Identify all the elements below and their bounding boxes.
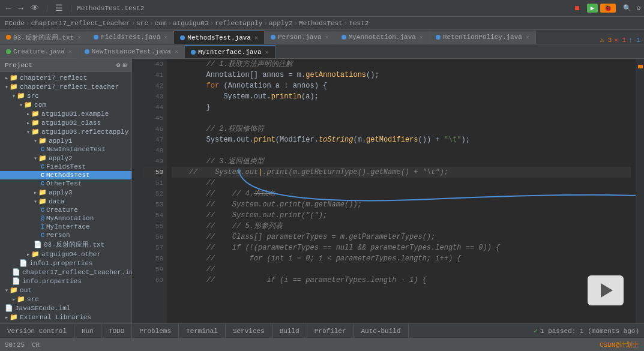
breadcrumb-atguigu03[interactable]: atguigu03 bbox=[173, 20, 208, 27]
tab-version-control[interactable]: Version Control bbox=[0, 324, 74, 338]
sidebar-item-infoprops[interactable]: 📄info.properties bbox=[0, 277, 131, 286]
code-line-50[interactable]: // System.out|.print(m.getReturnType().g… bbox=[172, 167, 631, 178]
sidebar-item-javaseiml[interactable]: 📄JavaSECode.iml bbox=[0, 304, 131, 313]
sidebar-item-out[interactable]: 📁out bbox=[0, 286, 131, 295]
code-line-48[interactable] bbox=[172, 145, 631, 156]
tab-close[interactable]: ✕ bbox=[68, 48, 72, 55]
tab-close[interactable]: ✕ bbox=[526, 34, 529, 41]
breadcrumb-src[interactable]: src bbox=[136, 20, 148, 27]
tab-myinterface[interactable]: MyInterface.java ✕ bbox=[185, 45, 275, 58]
sidebar-item-fanshetxt[interactable]: 📄03-反射的应用.txt bbox=[0, 239, 131, 250]
sidebar-item-creature[interactable]: CCreature bbox=[0, 206, 131, 214]
sidebar-item-othertest[interactable]: COtherTest bbox=[0, 179, 131, 188]
tab-close[interactable]: ✕ bbox=[254, 34, 258, 41]
tab-todo[interactable]: TODO bbox=[101, 324, 132, 338]
code-line-46[interactable]: // 2.权限修饰符 bbox=[172, 124, 631, 134]
sidebar-item-methodstest[interactable]: CMethodsTest bbox=[0, 171, 131, 179]
tab-fieldstest[interactable]: FieldsTest.java ✕ bbox=[88, 31, 174, 44]
breadcrumb-eCode[interactable]: ECode bbox=[5, 20, 25, 27]
test-status: ✓ 1 passed: 1 (moments ago) bbox=[529, 327, 644, 335]
code-line-42[interactable]: for (Annotation a : annos) { bbox=[172, 80, 631, 91]
tab-newinstancetest[interactable]: NewInstanceTest.java ✕ bbox=[79, 45, 185, 58]
sidebar-item-atguigu03[interactable]: 📁atguigu03.reflectapply bbox=[0, 127, 131, 136]
breadcrumb-com[interactable]: com bbox=[155, 20, 167, 27]
settings-icon[interactable]: ⚙ bbox=[636, 4, 640, 12]
sidebar-item-fieldstest[interactable]: CFieldsTest bbox=[0, 163, 131, 171]
sidebar-item-atguigu01[interactable]: 📁atguigu01.example bbox=[0, 109, 131, 118]
tab-close[interactable]: ✕ bbox=[325, 34, 329, 41]
breadcrumb-chapter[interactable]: chapter17_reflect_teacher bbox=[31, 20, 130, 27]
back-button[interactable]: ← bbox=[4, 2, 13, 14]
tab-close[interactable]: ✕ bbox=[164, 34, 167, 41]
tab-profiler[interactable]: Profiler bbox=[307, 324, 354, 338]
tab-person[interactable]: Person.java ✕ bbox=[265, 31, 336, 44]
sidebar-item-apply3[interactable]: 📁apply3 bbox=[0, 188, 131, 197]
sidebar-item-chapter17reflect[interactable]: 📁chapter17_reflect bbox=[0, 73, 131, 82]
sidebar-item-data[interactable]: 📁data bbox=[0, 197, 131, 206]
video-play-button[interactable] bbox=[588, 275, 624, 305]
code-line-43[interactable]: System.out.println(a); bbox=[172, 91, 631, 102]
sidebar-item-apply2[interactable]: 📁apply2 bbox=[0, 154, 131, 163]
sidebar-item-src[interactable]: 📁src bbox=[0, 91, 131, 100]
code-line-45[interactable] bbox=[172, 113, 631, 124]
tab-03-fanshe[interactable]: 03-反射的应用.txt ✕ bbox=[0, 31, 88, 44]
sidebar-expand[interactable]: ⊞ bbox=[122, 61, 127, 69]
code-line-40[interactable]: // 1.获取方法声明的注解 bbox=[172, 59, 631, 70]
code-line-53[interactable]: // System.out.print(m.getName()); bbox=[172, 199, 631, 210]
code-line-54[interactable]: // System.out.print("("); bbox=[172, 210, 631, 221]
recent-files-button[interactable]: 👁 bbox=[28, 2, 41, 14]
tab-problems[interactable]: Problems bbox=[132, 324, 179, 338]
tab-creature[interactable]: Creature.java ✕ bbox=[0, 45, 79, 58]
sidebar-item-iml[interactable]: 📄chapter17_reflect_teacher.iml bbox=[0, 268, 131, 277]
sidebar-item-myannotation[interactable]: @MyAnnotation bbox=[0, 214, 131, 223]
sidebar-settings[interactable]: ⚙ bbox=[116, 61, 121, 69]
tab-services[interactable]: Services bbox=[226, 324, 272, 338]
run-button[interactable]: ▶ bbox=[587, 4, 598, 13]
search-icon[interactable]: 🔍 bbox=[623, 4, 631, 12]
tab-close[interactable]: ✕ bbox=[175, 48, 178, 55]
tab-retentionpolicy[interactable]: RetentionPolicy.java ✕ bbox=[430, 31, 536, 44]
sidebar-item-external-libs[interactable]: 📁External Libraries bbox=[0, 313, 131, 322]
code-line-52[interactable]: // // 4.方法名 bbox=[172, 188, 631, 199]
sidebar-item-atguigu04[interactable]: 📁atguigu04.other bbox=[0, 250, 131, 259]
sidebar-item-person[interactable]: CPerson bbox=[0, 231, 131, 239]
code-line-58[interactable]: // for (int i = 0; i < parameterTypes.le… bbox=[172, 253, 631, 264]
code-line-56[interactable]: // Class[] parameterTypes = m.getParamet… bbox=[172, 232, 631, 242]
sidebar-item-com[interactable]: 📁com bbox=[0, 100, 131, 109]
code-line-51[interactable]: // bbox=[172, 178, 631, 188]
sidebar-item-myinterface[interactable]: IMyInterface bbox=[0, 223, 131, 231]
code-line-41[interactable]: Annotation[] annos = m.getAnnotations(); bbox=[172, 70, 631, 80]
sidebar-item-atguigu02[interactable]: 📁atguigu02_class bbox=[0, 118, 131, 127]
line-num-55: 55 bbox=[143, 221, 167, 232]
tab-build[interactable]: Build bbox=[272, 324, 307, 338]
tab-methodstest[interactable]: MethodsTest.java ✕ bbox=[174, 31, 265, 44]
code-line-57[interactable]: // if (!(parameterTypes == null && param… bbox=[172, 242, 631, 253]
tab-myannotation[interactable]: MyAnnotation.java ✕ bbox=[336, 31, 430, 44]
forward-button[interactable]: → bbox=[16, 2, 25, 14]
code-area[interactable]: // 1.获取方法声明的注解 Annotation[] annos = m.ge… bbox=[167, 59, 636, 323]
breadcrumb-reflectapply[interactable]: reflectapply bbox=[215, 20, 262, 27]
breadcrumb-apply2[interactable]: apply2 bbox=[269, 20, 293, 27]
code-line-47[interactable]: System.out.print(Modifier.toString(m.get… bbox=[172, 134, 631, 145]
sidebar-item-chapter17reflectteacher[interactable]: 📁chapter17_reflect_teacher bbox=[0, 82, 131, 91]
menu-button[interactable]: ☰ bbox=[53, 2, 65, 14]
code-line-55[interactable]: // // 5.形参列表 bbox=[172, 221, 631, 232]
tab-close[interactable]: ✕ bbox=[77, 34, 81, 41]
sidebar-item-apply1[interactable]: 📁apply1 bbox=[0, 136, 131, 145]
sidebar-item-out-src[interactable]: 📁src bbox=[0, 295, 131, 304]
stop-button[interactable]: ■ bbox=[572, 2, 582, 14]
tab-terminal[interactable]: Terminal bbox=[179, 324, 226, 338]
tab-auto-build[interactable]: Auto-build bbox=[354, 324, 409, 338]
sidebar-item-info1[interactable]: 📄info1.properties bbox=[0, 259, 131, 268]
code-line-44[interactable]: } bbox=[172, 102, 631, 113]
sidebar-item-newinstancetest[interactable]: CNewInstanceTest bbox=[0, 145, 131, 154]
breadcrumb-test2[interactable]: test2 bbox=[349, 20, 369, 27]
code-line-60[interactable]: // if (i == parameterTypes.length - 1) { bbox=[172, 275, 631, 286]
tab-close[interactable]: ✕ bbox=[265, 49, 269, 56]
debug-button[interactable]: 🐞 bbox=[600, 4, 616, 13]
code-line-59[interactable]: // bbox=[172, 264, 631, 275]
tab-close[interactable]: ✕ bbox=[420, 34, 423, 41]
code-line-49[interactable]: // 3.返回值类型 bbox=[172, 156, 631, 167]
breadcrumb-methodstest[interactable]: MethodsTest bbox=[299, 20, 343, 27]
tab-run[interactable]: Run bbox=[74, 324, 101, 338]
